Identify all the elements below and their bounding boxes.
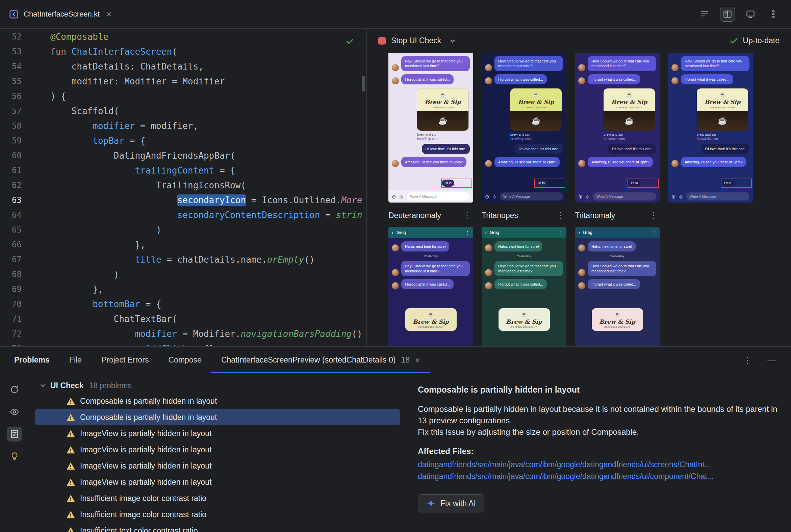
inspections-ok-icon[interactable]	[345, 36, 355, 46]
code-line[interactable]: 58 modifier = modifier,	[0, 118, 366, 133]
code-line[interactable]: 64 secondaryContentDescription = strin	[0, 208, 366, 223]
chevron-down-icon[interactable]	[39, 381, 47, 390]
problem-item[interactable]: Composable is partially hidden in layout	[35, 393, 400, 409]
minimize-icon[interactable]: —	[767, 356, 776, 365]
code-text: },	[35, 237, 146, 252]
line-number[interactable]: 57	[0, 103, 35, 118]
line-number[interactable]: 55	[0, 74, 35, 89]
code-line[interactable]: 68 )	[0, 267, 366, 282]
code-line[interactable]: 65 )	[0, 223, 366, 237]
code-line[interactable]: 62 TrailingIconsRow(	[0, 178, 366, 193]
code-line[interactable]: 71 ChatTextBar(	[0, 311, 366, 326]
kebab-menu-icon[interactable]: ⋮	[743, 356, 752, 365]
line-number[interactable]: 70	[0, 297, 35, 311]
kebab-icon[interactable]: ⋮	[556, 211, 566, 220]
line-number[interactable]: 64	[0, 208, 35, 223]
variant-label: Tritanopes⋮	[482, 211, 566, 220]
variant-phone-tritanopes[interactable]: ‹ Greg ⋮ Haha, next time for sure! Yeste…	[482, 227, 566, 346]
close-tab-icon[interactable]: ×	[106, 10, 111, 19]
line-number[interactable]: 66	[0, 237, 35, 252]
code-line[interactable]: 59 topBar = {	[0, 133, 366, 148]
tab-chat-interface-screen-preview[interactable]: ChatInterfaceScreenPreview (sortedChatDe…	[221, 347, 420, 373]
problem-text: Composable is partially hidden in layout	[80, 413, 217, 422]
problem-item[interactable]: Insufficient image color contrast ratio	[35, 506, 400, 522]
line-number[interactable]: 54	[0, 59, 35, 74]
line-number[interactable]: 65	[0, 223, 35, 237]
line-number[interactable]: 53	[0, 44, 35, 59]
problem-item[interactable]: ImageView is partially hidden in layout	[35, 441, 400, 458]
code-line[interactable]: 52@Composable	[0, 30, 366, 44]
code-line[interactable]: 69 },	[0, 282, 366, 297]
line-number[interactable]: 71	[0, 311, 35, 326]
tab-problems[interactable]: Problems	[14, 347, 50, 373]
line-number[interactable]: 63	[0, 193, 35, 208]
tab-compose[interactable]: Compose	[168, 347, 201, 373]
preview-phone-3[interactable]: Hey! Should we go to that cafe you menti…	[575, 53, 660, 203]
problem-item[interactable]: Insufficient image color contrast ratio	[35, 490, 400, 506]
lightbulb-icon[interactable]	[7, 449, 22, 464]
preview-eye-icon[interactable]	[7, 404, 22, 419]
tab-project-errors[interactable]: Project Errors	[101, 347, 149, 373]
affected-file-link[interactable]: datingandfriends/src/main/java/com/ibm/g…	[418, 459, 777, 471]
line-number[interactable]: 58	[0, 118, 35, 133]
code-line[interactable]: 66 },	[0, 237, 366, 252]
line-number[interactable]: 67	[0, 252, 35, 267]
line-number[interactable]: 69	[0, 282, 35, 297]
code-line[interactable]: 73 onAddClick = {}	[0, 341, 366, 346]
problem-item[interactable]: Insufficient text color contrast ratio	[35, 522, 400, 532]
line-number[interactable]: 52	[0, 30, 35, 44]
code-line[interactable]: 53fun ChatInterfaceScreen(	[0, 44, 366, 59]
problem-text: Insufficient text color contrast ratio	[80, 526, 198, 532]
problem-item[interactable]: Composable is partially hidden in layout	[35, 409, 400, 425]
stop-ui-check-button[interactable]: Stop UI Check	[391, 36, 441, 45]
preview-phone-4[interactable]: Hey! Should we go to that cafe you menti…	[668, 53, 753, 203]
line-number[interactable]: 59	[0, 133, 35, 148]
kebab-icon[interactable]: ⋮	[649, 211, 660, 220]
split-editor-icon[interactable]	[720, 7, 735, 22]
preview-phone-2[interactable]: Hey! Should we go to that cafe you menti…	[482, 53, 566, 203]
device-preview-icon[interactable]	[743, 7, 758, 22]
code-line[interactable]: 54 chatDetails: ChatDetails,	[0, 59, 366, 74]
report-list-icon[interactable]	[7, 427, 22, 441]
code-line[interactable]: 61 trailingContent = {	[0, 163, 366, 178]
code-line[interactable]: 67 title = chatDetails.name.orEmpty()	[0, 252, 366, 267]
chevron-down-icon[interactable]	[448, 37, 457, 45]
line-number[interactable]: 62	[0, 178, 35, 193]
editor-scrollbar[interactable]	[362, 76, 365, 92]
problems-sidebar	[0, 373, 29, 532]
link-preview-card: ☕ Brew & Sip COFFEE&CROISSANT	[498, 308, 550, 331]
variant-phone-tritanomaly[interactable]: ‹ Greg ⋮ Haha, next time for sure! Yeste…	[575, 227, 660, 346]
line-number[interactable]: 61	[0, 163, 35, 178]
kebab-icon[interactable]: ⋮	[463, 211, 473, 220]
file-tab[interactable]: ChatInterfaceScreen.kt ×	[0, 0, 119, 28]
line-number[interactable]: 68	[0, 267, 35, 282]
code-line[interactable]: 63 secondaryIcon = Icons.Outlined.More	[0, 193, 366, 208]
coffee-photo: ☕	[697, 111, 748, 131]
code-line[interactable]: 60 DatingAndFriendsAppBar(	[0, 148, 366, 163]
kebab-menu-icon[interactable]	[766, 7, 781, 22]
affected-file-link[interactable]: datingandfriends/src/main/java/com/ibm/g…	[418, 471, 777, 482]
code-line[interactable]: 57 Scaffold(	[0, 103, 366, 118]
ui-check-group-header[interactable]: UI Check 18 problems	[29, 378, 409, 393]
problem-item[interactable]: ImageView is partially hidden in layout	[35, 474, 400, 490]
line-number[interactable]: 73	[0, 341, 35, 346]
code-line[interactable]: 55 modifier: Modifier = Modifier	[0, 74, 366, 89]
uptodate-status[interactable]: Up-to-date	[729, 36, 779, 45]
structure-lines-icon[interactable]	[697, 7, 712, 22]
line-number[interactable]: 56	[0, 89, 35, 103]
problem-item[interactable]: ImageView is partially hidden in layout	[35, 425, 400, 441]
fix-with-ai-button[interactable]: Fix with AI	[418, 494, 484, 512]
variant-phone-deuteranomaly[interactable]: ‹ Greg ⋮ Haha, next time for sure! Yeste…	[388, 227, 473, 346]
code-line[interactable]: 70 bottomBar = {	[0, 297, 366, 311]
code-line[interactable]: 56) {	[0, 89, 366, 103]
code-line[interactable]: 72 modifier = Modifier.navigationBarsPad…	[0, 326, 366, 341]
code-editor[interactable]: 52@Composable53fun ChatInterfaceScreen(5…	[0, 29, 367, 346]
refresh-icon[interactable]	[7, 382, 22, 397]
close-tab-icon[interactable]: ×	[415, 356, 420, 365]
tab-file[interactable]: File	[69, 347, 82, 373]
line-number[interactable]: 60	[0, 148, 35, 163]
problem-item[interactable]: ImageView is partially hidden in layout	[35, 458, 400, 474]
line-number[interactable]: 72	[0, 326, 35, 341]
preview-phone-1[interactable]: Hey! Should we go to that cafe you menti…	[388, 53, 473, 203]
code-text: TrailingIconsRow(	[35, 178, 246, 193]
